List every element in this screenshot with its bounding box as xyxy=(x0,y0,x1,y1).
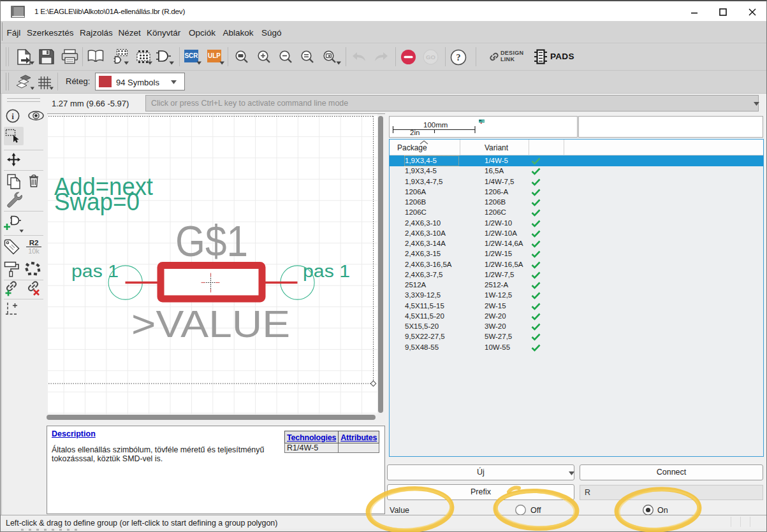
svg-text:GO: GO xyxy=(426,54,435,61)
svg-text:G$1: G$1 xyxy=(175,217,248,265)
svg-text:?: ? xyxy=(457,53,461,62)
svg-text:100mm: 100mm xyxy=(423,121,448,129)
svg-text:Swap=0: Swap=0 xyxy=(54,189,140,215)
svg-text:2in: 2in xyxy=(410,129,420,136)
svg-text:>VALUE: >VALUE xyxy=(131,303,290,345)
svg-text:pas 1: pas 1 xyxy=(71,262,119,281)
svg-text:i: i xyxy=(11,111,14,121)
